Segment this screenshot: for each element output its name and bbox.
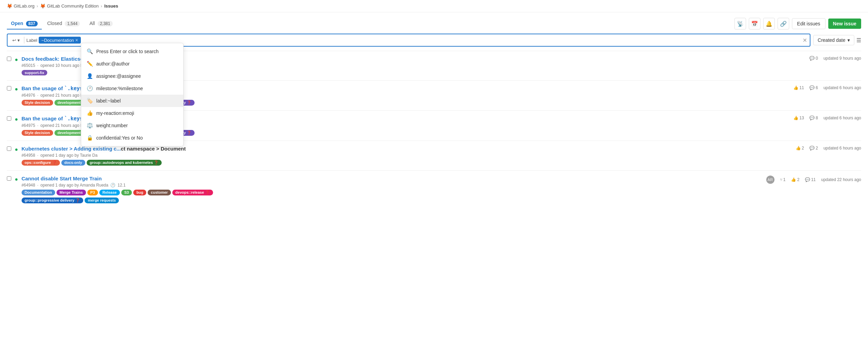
comments-stat: 💬 2 — [809, 146, 818, 151]
issue-opened: opened 1 day ago by Taurie Da — [40, 153, 98, 158]
activity-button[interactable]: 🔔 — [763, 18, 775, 29]
chevron-down-icon: ▾ — [847, 37, 850, 43]
comment-icon: 💬 — [809, 56, 815, 61]
updated-time: updated 22 hours ago — [821, 177, 861, 182]
label-badge: group::autodevops and kubernetes ❓ — [87, 160, 162, 166]
search-dropdown: 🔍 Press Enter or click to search ✏️ auth… — [81, 43, 184, 146]
filter-divider — [24, 37, 24, 44]
dropdown-item-confidential[interactable]: 🔒 confidential:Yes or No — [81, 132, 183, 144]
thumbs-up-icon: 👍 — [793, 116, 798, 120]
label-badge: group::progressive delivery ❓ — [22, 198, 84, 203]
label-badge: docs-only — [61, 160, 85, 166]
filter-clear-button[interactable]: ✕ — [803, 37, 807, 44]
tab-open[interactable]: Open 837 — [7, 18, 42, 29]
breadcrumb-project[interactable]: GitLab Community Edition — [47, 3, 99, 9]
comment-icon: 💬 — [809, 146, 815, 151]
issue-open-icon: ● — [15, 86, 18, 92]
search-icon: 🔍 — [87, 48, 93, 55]
issue-checkbox[interactable] — [7, 146, 11, 151]
issue-dot: · — [37, 153, 38, 158]
new-issue-button[interactable]: New issue — [828, 19, 861, 29]
filter-tag-text: ~Documentation — [41, 38, 74, 43]
header-actions: 📡 📅 🔔 🔗 Edit issues New issue — [734, 18, 861, 29]
comment-icon: 💬 — [809, 85, 815, 90]
label-badge: merge requests — [85, 198, 119, 203]
thumbs-up-icon: 👍 — [793, 85, 798, 90]
comment-icon: 💬 — [809, 116, 815, 120]
tab-open-count: 837 — [26, 21, 38, 26]
dropdown-item-label[interactable]: 🏷️ label:~label — [81, 95, 183, 107]
dropdown-item-milestone[interactable]: 🕐 milestone:%milestone — [81, 82, 183, 95]
breadcrumb-page: Issues — [104, 3, 118, 9]
issue-title-link[interactable]: Kubernetes cluster > Adding existing c..… — [22, 146, 186, 152]
issue-stats: 👍 11 💬 6 updated 6 hours ago — [793, 85, 861, 90]
issue-checkbox[interactable] — [7, 86, 11, 91]
likes-stat: 👍 2 — [796, 146, 804, 151]
share-button[interactable]: 🔗 — [778, 18, 789, 29]
label-badge: customer — [148, 190, 171, 195]
sort-dropdown[interactable]: Created date ▾ — [813, 35, 854, 45]
issue-number: #64975 — [22, 123, 35, 128]
reaction-icon: 👍 — [87, 110, 93, 116]
label-badge: Release — [99, 190, 120, 195]
tab-all[interactable]: All 2,381 — [85, 18, 116, 29]
issue-stats: 👍 2 💬 2 updated 6 hours ago — [796, 146, 861, 151]
issue-number: #65015 — [22, 63, 35, 68]
issue-checkbox[interactable] — [7, 176, 11, 181]
dropdown-author-text: author:@author — [96, 61, 130, 67]
issue-dot: · — [37, 63, 38, 68]
filter-tag: ~Documentation × — [39, 37, 81, 44]
fox-icon: 🦊 — [7, 3, 12, 9]
comments-stat: 💬 0 — [809, 56, 818, 61]
history-icon: ↩ — [12, 38, 16, 43]
issue-checkbox[interactable] — [7, 116, 11, 121]
rss-button[interactable]: 📡 — [734, 18, 746, 29]
label-badge: Merge Trains — [57, 190, 86, 195]
dropdown-item-search[interactable]: 🔍 Press Enter or click to search — [81, 45, 183, 58]
milestone-label: 12.1 — [117, 183, 125, 188]
calendar-button[interactable]: 📅 — [749, 18, 760, 29]
author-icon: ✏️ — [87, 61, 93, 67]
breadcrumb-org[interactable]: GitLab.org — [14, 3, 35, 9]
tabs: Open 837 Closed 1,544 All 2,381 — [7, 18, 117, 29]
issue-title-link[interactable]: Cannot disable Start Merge Train — [22, 176, 102, 181]
sort-wrapper: Created date ▾ ☰ — [813, 35, 861, 45]
issue-content: Cannot disable Start Merge Train #64948 … — [22, 176, 763, 203]
breadcrumb-sep2: › — [101, 3, 102, 9]
thumbs-up-icon: 👍 — [796, 146, 801, 151]
label-badge: support-fix — [22, 70, 47, 75]
tab-closed[interactable]: Closed 1,544 — [43, 18, 84, 29]
issue-labels: Documentation Merge Trains P3 Release S3… — [22, 190, 763, 195]
sort-label: Created date — [818, 37, 845, 43]
edit-issues-button[interactable]: Edit issues — [792, 18, 826, 29]
issue-open-icon: ● — [15, 176, 18, 182]
dropdown-item-weight[interactable]: ⚖️ weight:number — [81, 119, 183, 132]
sort-filter-icon[interactable]: ☰ — [856, 37, 861, 44]
avatar: AR — [766, 176, 774, 184]
label-badge: bug — [133, 190, 146, 195]
updated-time: updated 6 hours ago — [823, 146, 861, 151]
fox-icon2: 🦊 — [40, 3, 46, 9]
label-badge: Style decision — [22, 100, 53, 106]
comments-stat: 💬 6 — [809, 85, 818, 90]
label-badge: S3 — [121, 190, 132, 195]
tab-all-label: All — [89, 21, 95, 26]
dropdown-item-assignee[interactable]: 👤 assignee:@assignee — [81, 70, 183, 82]
milestone-icon: 🕐 — [87, 85, 93, 92]
filter-history-button[interactable]: ↩ ▾ — [10, 37, 22, 44]
issue-number: #64976 — [22, 93, 35, 98]
issue-opened: opened 1 day ago by Amanda Rueda — [40, 183, 108, 188]
issue-open-icon: ● — [15, 116, 18, 122]
label-badge: devops::release ❓ — [172, 190, 213, 195]
rss-icon: 📡 — [737, 21, 744, 27]
filter-input-wrapper[interactable]: ↩ ▾ Label ~Documentation × 🔍 Press Enter… — [7, 34, 810, 47]
calendar-icon: 📅 — [751, 21, 758, 27]
filter-tag-remove[interactable]: × — [75, 37, 78, 43]
search-input[interactable] — [81, 37, 141, 43]
dropdown-item-reaction[interactable]: 👍 my-reaction:emoji — [81, 107, 183, 119]
label-badge: ops::configure ❓ — [22, 160, 60, 166]
dropdown-item-author[interactable]: ✏️ author:@author — [81, 58, 183, 70]
issue-dot: · — [37, 183, 38, 188]
issue-checkbox[interactable] — [7, 57, 11, 61]
issue-open-icon: ● — [15, 57, 18, 63]
